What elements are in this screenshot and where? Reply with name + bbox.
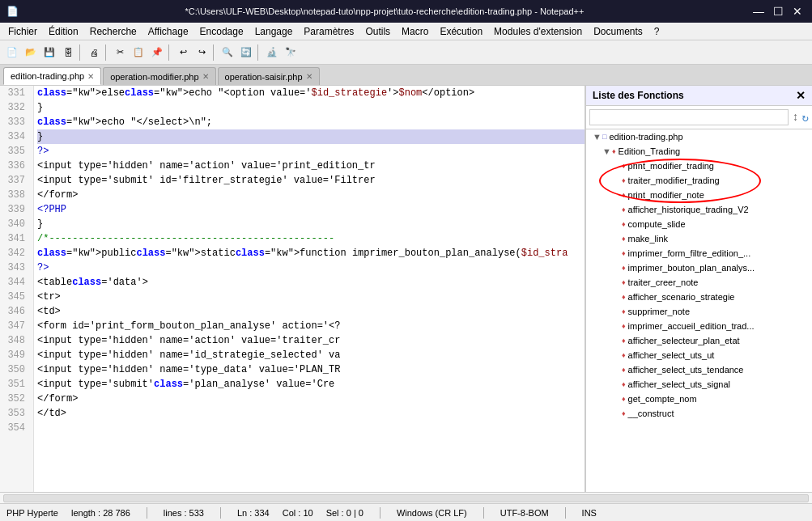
- tree-fn-label-3: afficher_historique_trading_V2: [628, 205, 749, 214]
- line-number-353: 353: [0, 406, 28, 421]
- code-line-338[interactable]: </form>: [37, 188, 585, 202]
- code-line-350[interactable]: <input type='hidden' name='type_data' va…: [37, 362, 585, 377]
- tree-function-9[interactable]: ♦afficher_scenario_strategie: [586, 290, 812, 304]
- status-sel: Sel : 0 | 0: [326, 508, 363, 518]
- redo-button[interactable]: ↪: [193, 44, 210, 61]
- code-line-353[interactable]: </td>: [37, 406, 585, 421]
- code-line-341[interactable]: /*--------------------------------------…: [37, 231, 585, 246]
- code-line-335[interactable]: ?>: [37, 144, 585, 159]
- menu-item-outils[interactable]: Outils: [360, 24, 395, 39]
- menu-item-macro[interactable]: Macro: [397, 24, 433, 39]
- sort-az-icon[interactable]: ↕: [792, 111, 798, 124]
- tree-function-14[interactable]: ♦afficher_select_uts_tendance: [586, 362, 812, 377]
- code-line-331[interactable]: class="kw">else class="kw">echo "<option…: [37, 86, 585, 100]
- copy-button[interactable]: 📋: [130, 44, 147, 61]
- tree-class[interactable]: ▼♦Edition_Trading: [586, 144, 812, 159]
- tree-function-16[interactable]: ♦get_compte_nom: [586, 392, 812, 406]
- tab-close-0[interactable]: ✕: [87, 72, 94, 81]
- zoom-out-button[interactable]: 🔭: [282, 44, 300, 61]
- menu-item-modules-d'extension[interactable]: Modules d'extension: [489, 24, 587, 39]
- maximize-button[interactable]: ☐: [770, 3, 786, 19]
- toolbar-sep-5: [257, 44, 261, 61]
- code-line-342[interactable]: class="kw">public class="kw">static clas…: [37, 246, 585, 260]
- tab-0[interactable]: edition-trading.php✕: [3, 67, 101, 85]
- menu-item-affichage[interactable]: Affichage: [143, 24, 193, 39]
- code-line-352[interactable]: </form>: [37, 392, 585, 406]
- menu-item-encodage[interactable]: Encodage: [195, 24, 249, 39]
- zoom-in-button[interactable]: 🔬: [263, 44, 281, 61]
- code-line-334[interactable]: }: [37, 129, 585, 144]
- sidebar-close-icon[interactable]: ✕: [796, 89, 806, 102]
- title-controls: — ☐ ✕: [750, 3, 806, 19]
- minimize-button[interactable]: —: [750, 3, 767, 19]
- tree-function-13[interactable]: ♦afficher_select_uts_ut: [586, 348, 812, 362]
- tree-function-6[interactable]: ♦imprimer_form_filtre_edition_...: [586, 246, 812, 260]
- replace-button[interactable]: 🔄: [237, 44, 255, 61]
- tree-function-15[interactable]: ♦afficher_select_uts_signal: [586, 377, 812, 392]
- save-all-button[interactable]: 🗄: [59, 44, 77, 61]
- tab-close-2[interactable]: ✕: [306, 72, 312, 81]
- code-line-347[interactable]: <form id='print_form_bouton_plan_analyse…: [37, 319, 585, 333]
- code-line-351[interactable]: <input type='submit' class='plan_analyse…: [37, 377, 585, 392]
- tree-fn-label-2: print_modifier_note: [628, 190, 704, 200]
- menu-item-recherche[interactable]: Recherche: [85, 24, 142, 39]
- line-number-342: 342: [0, 246, 28, 260]
- close-button[interactable]: ✕: [789, 3, 806, 19]
- undo-button[interactable]: ↩: [174, 44, 192, 61]
- find-button[interactable]: 🔍: [219, 44, 236, 61]
- refresh-icon[interactable]: ↻: [802, 111, 809, 125]
- horizontal-scrollbar[interactable]: [3, 494, 809, 502]
- status-type: PHP Hyperte: [6, 508, 58, 518]
- print-button[interactable]: 🖨: [85, 44, 103, 61]
- menu-item-paramètres[interactable]: Paramètres: [299, 24, 359, 39]
- code-editor[interactable]: 3313323333343353363373383393403413423433…: [0, 86, 585, 492]
- tree-function-2[interactable]: ♦print_modifier_note: [586, 188, 812, 202]
- tree-function-12[interactable]: ♦afficher_selecteur_plan_etat: [586, 333, 812, 348]
- code-line-337[interactable]: <input type='submit' id='filtrer_strateg…: [37, 173, 585, 188]
- code-line-336[interactable]: <input type='hidden' name='action' value…: [37, 159, 585, 173]
- tree-class-arrow: ▼: [602, 146, 610, 156]
- menu-item-fichier[interactable]: Fichier: [3, 24, 42, 39]
- tab-2[interactable]: operation-saisir.php✕: [218, 67, 320, 85]
- code-line-343[interactable]: ?>: [37, 260, 585, 275]
- open-button[interactable]: 📂: [22, 44, 40, 61]
- code-line-349[interactable]: <input type='hidden' name='id_strategie_…: [37, 348, 585, 362]
- menu-item-exécution[interactable]: Exécution: [435, 24, 487, 39]
- code-line-333[interactable]: class="kw">echo "</select>\n";: [37, 115, 585, 129]
- tree-function-5[interactable]: ♦make_link: [586, 231, 812, 246]
- save-button[interactable]: 💾: [40, 44, 58, 61]
- tree-function-4[interactable]: ♦compute_slide: [586, 217, 812, 231]
- tree-function-1[interactable]: ♦traiter_modifier_trading: [586, 173, 812, 188]
- tree-function-3[interactable]: ♦afficher_historique_trading_V2: [586, 202, 812, 217]
- cut-button[interactable]: ✂: [111, 44, 129, 61]
- tree-function-8[interactable]: ♦traiter_creer_note: [586, 275, 812, 290]
- code-line-354[interactable]: [37, 421, 585, 435]
- code-content[interactable]: class="kw">else class="kw">echo "<option…: [34, 86, 585, 492]
- toolbar-sep-4: [213, 44, 216, 61]
- tab-close-1[interactable]: ✕: [202, 72, 209, 81]
- paste-button[interactable]: 📌: [148, 44, 166, 61]
- tree-function-10[interactable]: ♦supprimer_note: [586, 304, 812, 319]
- tree-fn-icon-15: ♦: [622, 380, 626, 388]
- code-line-346[interactable]: <td>: [37, 304, 585, 319]
- sidebar-search-input[interactable]: [589, 109, 789, 125]
- tab-1[interactable]: operation-modifier.php✕: [103, 67, 215, 85]
- tree-file[interactable]: ▼□edition-trading.php: [586, 129, 812, 144]
- tree-function-11[interactable]: ♦imprimer_accueil_edition_trad...: [586, 319, 812, 333]
- menu-item-documents[interactable]: Documents: [589, 24, 648, 39]
- menu-item-?[interactable]: ?: [649, 24, 665, 39]
- code-line-348[interactable]: <input type='hidden' name='action' value…: [37, 333, 585, 348]
- code-line-344[interactable]: <table class='data'>: [37, 275, 585, 290]
- tree-function-7[interactable]: ♦imprimer_bouton_plan_analys...: [586, 260, 812, 275]
- menu-item-édition[interactable]: Édition: [44, 24, 83, 39]
- tree-function-0[interactable]: ♦print_modifier_trading: [586, 159, 812, 173]
- line-number-340: 340: [0, 217, 28, 231]
- menu-item-langage[interactable]: Langage: [250, 24, 298, 39]
- code-line-345[interactable]: <tr>: [37, 290, 585, 304]
- code-line-332[interactable]: }: [37, 100, 585, 115]
- new-button[interactable]: 📄: [3, 44, 21, 61]
- tree-function-17[interactable]: ♦__construct: [586, 406, 812, 421]
- code-line-339[interactable]: <?PHP: [37, 202, 585, 217]
- status-bar: PHP Hyperte length : 28 786 lines : 533 …: [0, 503, 812, 521]
- code-line-340[interactable]: }: [37, 217, 585, 231]
